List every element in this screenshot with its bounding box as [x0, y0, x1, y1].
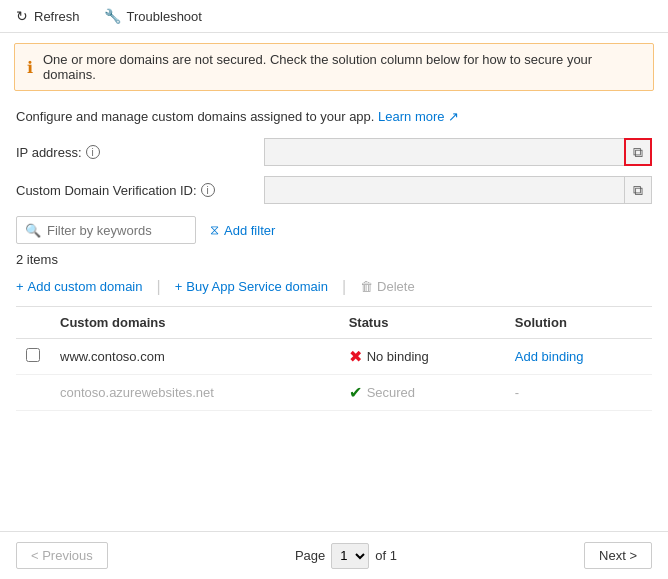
verification-id-input[interactable] — [264, 176, 652, 204]
solution-cell: - — [505, 375, 652, 411]
troubleshoot-label: Troubleshoot — [127, 9, 202, 24]
domains-table: Custom domains Status Solution www.conto… — [16, 307, 652, 411]
copy-icon-2: ⧉ — [633, 182, 643, 199]
col-status: Status — [339, 307, 505, 339]
row-checkbox-cell — [16, 375, 50, 411]
previous-button[interactable]: < Previous — [16, 542, 108, 569]
status-cell: ✖No binding — [339, 339, 505, 375]
ip-address-input-wrapper: ⧉ — [264, 138, 652, 166]
learn-more-link[interactable]: Learn more ↗ — [378, 109, 459, 124]
ip-address-info-icon[interactable]: i — [86, 145, 100, 159]
of-label: of 1 — [375, 548, 397, 563]
table-row: contoso.azurewebsites.net✔Secured- — [16, 375, 652, 411]
domain-cell: contoso.azurewebsites.net — [50, 375, 339, 411]
col-solution: Solution — [505, 307, 652, 339]
warning-banner: ℹ One or more domains are not secured. C… — [14, 43, 654, 91]
add-custom-domain-label: Add custom domain — [28, 279, 143, 294]
info-text: Configure and manage custom domains assi… — [16, 109, 652, 124]
ip-address-label: IP address: i — [16, 145, 256, 160]
add-icon-1: + — [16, 279, 24, 294]
verification-id-copy-button[interactable]: ⧉ — [624, 176, 652, 204]
page-select[interactable]: 1 — [331, 543, 369, 569]
filter-search-icon: 🔍 — [25, 223, 41, 238]
ip-address-row: IP address: i ⧉ — [16, 138, 652, 166]
col-custom-domains: Custom domains — [50, 307, 339, 339]
page-label: Page — [295, 548, 325, 563]
troubleshoot-button[interactable]: 🔧 Troubleshoot — [100, 6, 206, 26]
add-icon-2: + — [175, 279, 183, 294]
learn-more-label: Learn more — [378, 109, 444, 124]
table-header-row: Custom domains Status Solution — [16, 307, 652, 339]
solution-cell[interactable]: Add binding — [505, 339, 652, 375]
verification-id-info-icon[interactable]: i — [201, 183, 215, 197]
action-separator-2: | — [340, 278, 348, 296]
verification-id-row: Custom Domain Verification ID: i ⧉ — [16, 176, 652, 204]
buy-app-service-label: Buy App Service domain — [186, 279, 328, 294]
ok-icon: ✔ — [349, 383, 362, 402]
delete-label: Delete — [377, 279, 415, 294]
action-row: + Add custom domain | + Buy App Service … — [16, 275, 652, 307]
add-custom-domain-button[interactable]: + Add custom domain — [16, 275, 155, 298]
domain-cell: www.contoso.com — [50, 339, 339, 375]
status-text: No binding — [367, 349, 429, 364]
error-icon: ✖ — [349, 347, 362, 366]
ip-address-copy-button[interactable]: ⧉ — [624, 138, 652, 166]
content-area: Configure and manage custom domains assi… — [0, 101, 668, 419]
solution-link[interactable]: Add binding — [515, 349, 584, 364]
filter-input-wrapper: 🔍 — [16, 216, 196, 244]
page-info: Page 1 of 1 — [295, 543, 397, 569]
warning-icon: ℹ — [27, 58, 33, 77]
items-count: 2 items — [16, 252, 652, 267]
row-checkbox[interactable] — [26, 348, 40, 362]
ip-address-input[interactable] — [264, 138, 652, 166]
verification-id-label: Custom Domain Verification ID: i — [16, 183, 256, 198]
status-text: Secured — [367, 385, 415, 400]
verification-id-input-wrapper: ⧉ — [264, 176, 652, 204]
refresh-icon: ↻ — [16, 8, 28, 24]
next-button[interactable]: Next > — [584, 542, 652, 569]
status-cell: ✔Secured — [339, 375, 505, 411]
delete-icon: 🗑 — [360, 279, 373, 294]
toolbar: ↻ Refresh 🔧 Troubleshoot — [0, 0, 668, 33]
col-checkbox — [16, 307, 50, 339]
info-description: Configure and manage custom domains assi… — [16, 109, 374, 124]
delete-button[interactable]: 🗑 Delete — [348, 275, 427, 298]
troubleshoot-icon: 🔧 — [104, 8, 121, 24]
copy-icon: ⧉ — [633, 144, 643, 161]
banner-message: One or more domains are not secured. Che… — [43, 52, 641, 82]
buy-app-service-button[interactable]: + Buy App Service domain — [163, 275, 340, 298]
add-filter-button[interactable]: ⧖ Add filter — [204, 220, 281, 240]
refresh-label: Refresh — [34, 9, 80, 24]
action-separator-1: | — [155, 278, 163, 296]
row-checkbox-cell — [16, 339, 50, 375]
table-row: www.contoso.com✖No bindingAdd binding — [16, 339, 652, 375]
add-filter-icon: ⧖ — [210, 222, 219, 238]
refresh-button[interactable]: ↻ Refresh — [12, 6, 84, 26]
footer: < Previous Page 1 of 1 Next > — [0, 531, 668, 579]
add-filter-label: Add filter — [224, 223, 275, 238]
filter-row: 🔍 ⧖ Add filter — [16, 216, 652, 244]
filter-input[interactable] — [47, 223, 187, 238]
